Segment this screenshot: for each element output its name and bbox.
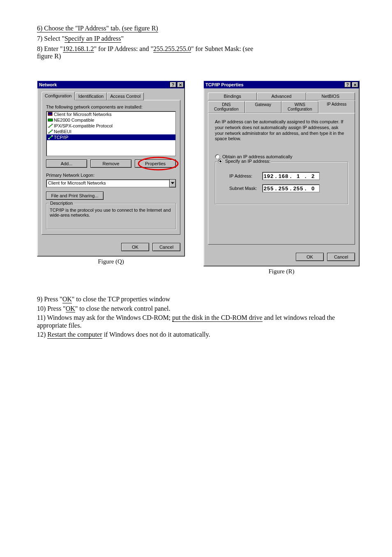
components-label-a: The following [46,104,74,109]
tab-access-control[interactable]: Access Control [107,92,144,100]
svg-rect-7 [48,132,50,134]
primary-logon-select[interactable]: Client for Microsoft Networks [46,179,176,187]
list-item-label: NetBEUI [54,129,71,134]
step-11-u: put the disk in the CD-ROM drive [172,314,263,322]
step-10-a: 10) Press " [37,305,66,312]
figure-r-caption: Figure (R) [203,268,360,275]
step-8-mid: " for IP Address: and " [94,45,153,52]
svg-marker-13 [171,182,174,184]
step-8-a: 8) Enter " [37,45,63,52]
svg-rect-5 [51,124,53,125]
ok-button[interactable]: OK [121,243,149,251]
file-print-sharing-button[interactable]: File and Print Sharing... [46,192,104,200]
ip-seg: 192 [263,173,275,179]
tab-advanced[interactable]: Advanced [257,92,306,100]
tab-wins[interactable]: WINS Configuration [281,101,318,113]
step-8: 8) Enter "192.168.1.2" for IP Address: a… [37,45,359,60]
step-6: 6) Choose the "IP Address" tab. (see fig… [37,25,359,32]
step-8-ip: 192.168.1.2 [63,45,94,53]
subnet-mask-label: Subnet Mask: [229,186,262,191]
figure-q: Network ? ✕ Configuration Identification… [37,81,185,265]
tab-gateway[interactable]: Gateway [245,101,282,113]
primary-logon-label: Primary Network Logon: [46,173,176,178]
figure-r: TCP/IP Properties ? ✕ Bindings Advanced … [203,81,360,275]
step-9: 9) Press "OK" to close the TCP propertie… [37,296,359,303]
close-button[interactable]: ✕ [352,82,358,88]
ip-seg: 0 [307,185,319,192]
list-item[interactable]: Client for Microsoft Networks [46,111,175,117]
ip-seg: 2 [307,173,319,179]
ip-address-input[interactable]: 192. 168. 1. 2 [262,172,320,180]
ok-button[interactable]: OK [296,253,324,261]
list-item[interactable]: NE2000 Compatible [46,117,175,123]
step-7: 7) Select "Specify an IP address" [37,35,359,43]
network-title: Network [39,82,169,87]
protocol-icon [47,123,54,128]
ip-seg: 1 [292,173,304,179]
help-button[interactable]: ? [344,82,351,88]
cancel-button[interactable]: Cancel [327,253,355,261]
svg-rect-2 [48,119,53,121]
tab-bindings[interactable]: Bindings [208,92,257,100]
components-label: The following network components are ins… [46,104,176,109]
list-item[interactable]: NetBEUI [46,129,175,134]
step-10: 10) Press "OK" to close the network cont… [37,305,359,313]
cancel-button[interactable]: Cancel [152,243,180,251]
step-7-a: 7) Select " [37,35,65,42]
tab-netbios[interactable]: NetBIOS [306,92,355,100]
list-item-label: NE2000 Compatible [54,118,94,122]
tab-configuration[interactable]: Configuration [42,92,75,100]
ip-seg: 255 [292,185,304,192]
step-10-u: OK [66,305,75,313]
adapter-icon [47,118,54,122]
network-titlebar: Network ? ✕ [37,81,184,88]
tab-ip-address[interactable]: IP Address [318,100,355,113]
step-7-underlined: Specify an IP address [65,35,121,43]
dropdown-arrow-icon[interactable] [169,179,176,187]
svg-rect-10 [48,138,50,139]
list-item-label: IPX/SPX-compatible Protocol [54,123,113,128]
step-7-b: " [121,35,124,42]
tcpip-info-text: An IP address can be automatically assig… [215,119,348,142]
step-6-text: 6) Choose the "IP Address" tab. (see fig… [37,25,158,32]
tcpip-titlebar: TCP/IP Properties ? ✕ [204,81,359,88]
subnet-mask-input[interactable]: 255. 255. 255. 0 [262,184,320,192]
add-button[interactable]: Add... [46,159,87,168]
ip-seg: 255 [263,185,275,192]
properties-button[interactable]: Properties [135,159,176,168]
step-11: 11) Windows may ask for the Windows CD-R… [37,314,359,329]
svg-rect-1 [48,113,52,115]
ip-seg: 168 [277,173,290,179]
step-9-a: 9) Press " [37,296,62,303]
figure-q-caption: Figure (Q) [37,258,185,265]
protocol-icon [47,135,54,140]
components-listbox[interactable]: Client for Microsoft Networks NE2000 Com… [46,111,176,156]
description-groupbox: Description TCP/IP is the protocol you u… [46,203,176,229]
step-10-b: " to close the network control panel. [75,305,171,312]
step-12-u: Restart the computer [47,331,102,339]
remove-button[interactable]: Remove [90,159,131,168]
list-item-label: Client for Microsoft Networks [54,112,112,117]
radio-icon [218,159,223,164]
client-icon [47,112,54,117]
tcpip-title: TCP/IP Properties [205,82,344,87]
step-9-b: " to close the TCP properties window [72,296,170,303]
close-button[interactable]: ✕ [177,82,184,88]
tab-identification[interactable]: Identification [75,92,107,100]
help-button[interactable]: ? [170,82,176,88]
step-8-tail: figure R) [37,53,359,60]
svg-rect-4 [48,127,50,128]
step-12-a: 12) [37,331,47,338]
svg-rect-8 [51,129,53,131]
list-item[interactable]: IPX/SPX-compatible Protocol [46,123,175,129]
description-title: Description [49,201,74,206]
tcpip-dialog: TCP/IP Properties ? ✕ Bindings Advanced … [203,81,360,266]
step-9-u: OK [62,296,72,303]
tab-dns[interactable]: DNS Configuration [208,101,245,113]
primary-logon-value: Client for Microsoft Networks [46,179,169,187]
list-item[interactable]: TCP/IP [46,134,175,140]
step-12: 12) Restart the computer if Windows does… [37,331,359,339]
protocol-icon [47,129,54,134]
radio-specify-label[interactable]: Specify an IP address: [225,159,270,164]
ip-seg: 255 [277,185,290,192]
